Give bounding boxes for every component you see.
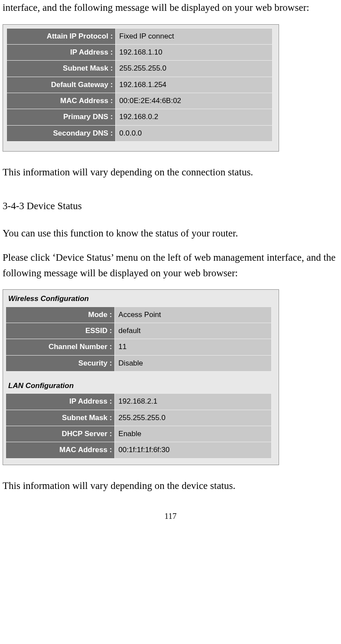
row-label: Primary DNS :	[7, 109, 116, 125]
row-label: MAC Address :	[6, 442, 115, 458]
row-value: 00:1f:1f:1f:6f:30	[115, 442, 272, 458]
row-value: Enable	[115, 426, 272, 442]
table-row: Subnet Mask : 255.255.255.0	[7, 61, 273, 77]
row-label: IP Address :	[7, 44, 116, 60]
table-row: MAC Address : 00:1f:1f:1f:6f:30	[6, 442, 272, 458]
wireless-config-table: Mode : Access Point ESSID : default Chan…	[6, 307, 272, 372]
row-label: ESSID :	[6, 323, 115, 339]
row-label: Channel Number :	[6, 339, 115, 355]
row-label: Attain IP Protocol :	[7, 28, 116, 44]
table-row: IP Address : 192.168.1.10	[7, 44, 273, 60]
table-row: Secondary DNS : 0.0.0.0	[7, 125, 273, 141]
table-row: ESSID : default	[6, 323, 272, 339]
row-value: 192.168.1.254	[116, 77, 273, 93]
table-row: MAC Address : 00:0E:2E:44:6B:02	[7, 93, 273, 109]
page-number: 117	[3, 510, 338, 522]
table-row: Subnet Mask : 255.255.255.0	[6, 410, 272, 426]
row-value: 255.255.255.0	[116, 61, 273, 77]
row-value: Fixed IP connect	[116, 28, 273, 44]
row-value: default	[115, 323, 272, 339]
table-row: Security : Disable	[6, 355, 272, 371]
row-value: 255.255.255.0	[115, 410, 272, 426]
table-row: Primary DNS : 192.168.0.2	[7, 109, 273, 125]
row-value: 00:0E:2E:44:6B:02	[116, 93, 273, 109]
device-status-instruction: Please click ‘Device Status’ menu on the…	[3, 250, 338, 281]
table-row: Mode : Access Point	[6, 307, 272, 323]
wireless-config-title: Wireless Configuration	[6, 290, 272, 306]
row-label: Subnet Mask :	[6, 410, 115, 426]
row-value: Access Point	[115, 307, 272, 323]
row-value: 192.168.2.1	[115, 394, 272, 410]
row-value: 11	[115, 339, 272, 355]
row-value: 192.168.0.2	[116, 109, 273, 125]
row-label: Mode :	[6, 307, 115, 323]
note-paragraph-2: This information will vary depending on …	[3, 478, 338, 494]
table-row: Attain IP Protocol : Fixed IP connect	[7, 28, 273, 44]
row-label: DHCP Server :	[6, 426, 115, 442]
table-row: DHCP Server : Enable	[6, 426, 272, 442]
device-status-table-wrap: Wireless Configuration Mode : Access Poi…	[3, 289, 279, 465]
row-value: Disable	[115, 355, 272, 371]
intro-paragraph-1: interface, and the following message wil…	[3, 0, 338, 16]
row-label: Security :	[6, 355, 115, 371]
ip-status-table-wrap: Attain IP Protocol : Fixed IP connect IP…	[3, 24, 279, 152]
table-row: Channel Number : 11	[6, 339, 272, 355]
row-label: Subnet Mask :	[7, 61, 116, 77]
row-label: Secondary DNS :	[7, 125, 116, 141]
device-status-intro: You can use this function to know the st…	[3, 226, 338, 241]
section-heading: 3-4-3 Device Status	[3, 198, 338, 214]
row-value: 192.168.1.10	[116, 44, 273, 60]
lan-config-title: LAN Configuration	[6, 372, 272, 393]
row-label: MAC Address :	[7, 93, 116, 109]
table-row: Default Gateway : 192.168.1.254	[7, 77, 273, 93]
lan-config-table: IP Address : 192.168.2.1 Subnet Mask : 2…	[6, 393, 272, 458]
note-paragraph-1: This information will vary depending on …	[3, 165, 338, 180]
ip-status-table: Attain IP Protocol : Fixed IP connect IP…	[6, 28, 273, 142]
row-value: 0.0.0.0	[116, 125, 273, 141]
row-label: Default Gateway :	[7, 77, 116, 93]
table-row: IP Address : 192.168.2.1	[6, 394, 272, 410]
row-label: IP Address :	[6, 394, 115, 410]
